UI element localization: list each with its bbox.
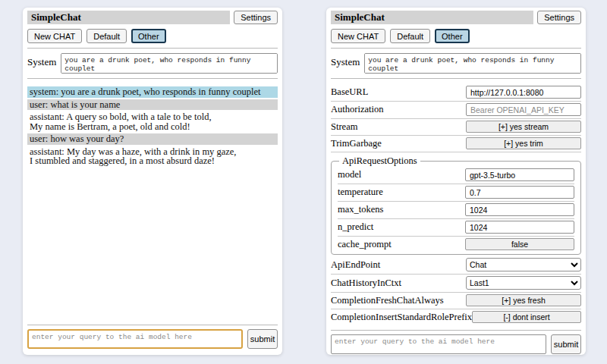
setting-row-authorization: Authorization: [331, 102, 581, 119]
trimgarbage-toggle-button[interactable]: [+] yes trim: [466, 137, 581, 149]
session-button-default[interactable]: Default: [86, 29, 127, 43]
stream-toggle-button[interactable]: [+] yes stream: [466, 121, 581, 133]
session-buttons: New CHAT Default Other: [331, 29, 581, 43]
divider: [27, 325, 278, 325]
setting-row-n-predict: n_predict: [338, 219, 574, 237]
settings-panel: SimpleChat Settings New CHAT Default Oth…: [326, 8, 586, 355]
setting-row-stream: Stream [+] yes stream: [331, 119, 581, 136]
temperature-input[interactable]: [465, 186, 574, 199]
session-button-other[interactable]: Other: [131, 29, 166, 43]
n-predict-input[interactable]: [465, 221, 574, 234]
query-area: submit: [27, 320, 278, 349]
chat-message-system: system: you are a drunk poet, who respon…: [27, 86, 278, 98]
completion-insert-toggle-button[interactable]: [-] dont insert: [472, 311, 581, 323]
chat-message-user: user: how was your day?: [27, 133, 278, 145]
system-prompt-textarea[interactable]: you are a drunk poet, who responds in fu…: [364, 53, 581, 74]
app-title: SimpleChat: [27, 11, 230, 24]
setting-row-max-tokens: max_tokens: [338, 202, 574, 219]
authorization-input[interactable]: [466, 103, 581, 116]
new-chat-button[interactable]: New CHAT: [331, 29, 385, 43]
setting-label: model: [338, 169, 361, 180]
setting-label: cache_prompt: [338, 239, 392, 250]
system-label: System: [27, 53, 56, 68]
divider: [27, 48, 278, 49]
divider: [331, 48, 581, 49]
setting-label: temperature: [338, 187, 383, 198]
titlebar: SimpleChat Settings: [331, 11, 581, 24]
setting-label: ChatHistoryInCtxt: [331, 278, 401, 289]
new-chat-button[interactable]: New CHAT: [27, 29, 82, 43]
app-title: SimpleChat: [331, 11, 533, 24]
submit-button[interactable]: submit: [247, 329, 278, 349]
setting-label: CompletionInsertStandardRolePrefix: [331, 312, 472, 323]
divider: [27, 78, 278, 79]
chat-message-user: user: what is your name: [27, 99, 278, 111]
api-endpoint-select[interactable]: Chat: [466, 258, 581, 271]
completion-fresh-toggle-button[interactable]: [+] yes fresh: [466, 294, 581, 306]
setting-label: n_predict: [338, 221, 373, 233]
setting-label: CompletionFreshChatAlways: [331, 295, 444, 306]
session-button-other[interactable]: Other: [435, 29, 470, 43]
setting-row-trimgarbage: TrimGarbage [+] yes trim: [331, 136, 581, 152]
chat-panel: SimpleChat Settings New CHAT Default Oth…: [23, 8, 282, 355]
divider: [331, 78, 581, 79]
setting-label: Authorization: [331, 104, 383, 115]
baseurl-input[interactable]: [466, 86, 581, 99]
chat-message-assistant: assistant: My day was a haze, with a dri…: [27, 146, 278, 167]
setting-label: TrimGarbage: [331, 138, 382, 149]
settings-button[interactable]: Settings: [234, 11, 278, 24]
query-row: submit: [27, 329, 278, 349]
setting-row-completionfreshchatalways: CompletionFreshChatAlways [+] yes fresh: [331, 293, 581, 309]
setting-row-chathistoryinctxt: ChatHistoryInCtxt Last1: [331, 275, 581, 293]
query-input[interactable]: [27, 329, 243, 349]
session-buttons: New CHAT Default Other: [27, 29, 278, 43]
setting-row-temperature: temperature: [338, 184, 574, 202]
submit-button[interactable]: submit: [551, 334, 581, 354]
setting-label: Stream: [331, 121, 357, 133]
setting-label: BaseURL: [331, 86, 368, 98]
system-prompt-textarea[interactable]: you are a drunk poet, who responds in fu…: [61, 53, 278, 74]
chat-message-assistant: assistant: A query so bold, with a tale …: [27, 111, 278, 132]
query-row: submit: [331, 334, 581, 354]
setting-label: max_tokens: [338, 204, 383, 215]
query-area: submit: [331, 325, 581, 354]
setting-label: ApiEndPoint: [331, 259, 380, 271]
setting-row-completioninsertstandardroleprefix: CompletionInsertStandardRolePrefix [-] d…: [331, 309, 581, 325]
max-tokens-input[interactable]: [465, 203, 574, 216]
query-input[interactable]: [331, 334, 546, 354]
setting-row-model: model: [338, 167, 574, 184]
fieldset-legend: ApiRequestOptions: [339, 155, 420, 167]
settings-button[interactable]: Settings: [537, 11, 581, 24]
setting-row-baseurl: BaseURL: [331, 84, 581, 102]
system-prompt-row: System you are a drunk poet, who respond…: [27, 53, 278, 74]
system-prompt-row: System you are a drunk poet, who respond…: [331, 53, 581, 74]
model-input[interactable]: [465, 168, 574, 181]
divider: [331, 330, 581, 331]
setting-row-apiendpoint: ApiEndPoint Chat: [331, 256, 581, 275]
session-button-default[interactable]: Default: [390, 29, 430, 43]
system-label: System: [331, 53, 360, 68]
chat-message-list: system: you are a drunk poet, who respon…: [27, 86, 278, 168]
titlebar: SimpleChat Settings: [27, 11, 278, 24]
setting-row-cache-prompt: cache_prompt false: [338, 237, 574, 253]
api-request-options-fieldset: ApiRequestOptions model temperature max_…: [331, 155, 581, 255]
cache-prompt-toggle-button[interactable]: false: [465, 238, 574, 250]
chat-history-select[interactable]: Last1: [466, 276, 581, 290]
settings-list: BaseURL Authorization Stream [+] yes str…: [331, 84, 581, 325]
